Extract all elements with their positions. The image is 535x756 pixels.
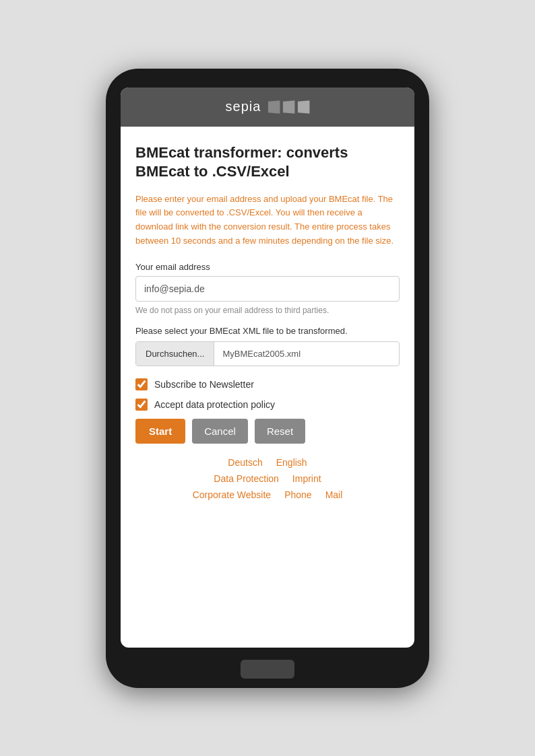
email-label: Your email address xyxy=(135,262,400,272)
newsletter-checkbox[interactable] xyxy=(135,378,148,390)
data-protection-link[interactable]: Data Protection xyxy=(214,473,279,484)
app-header: sepia xyxy=(121,88,414,127)
cube-icon-2 xyxy=(283,100,294,114)
footer-links: Deutsch English Data Protection Imprint … xyxy=(135,457,400,511)
page-description: Please enter your email address and uplo… xyxy=(135,193,400,248)
brand-logo xyxy=(268,101,309,113)
policy-row: Data Protection Imprint xyxy=(135,473,400,484)
start-button[interactable]: Start xyxy=(135,419,185,444)
file-name-display: MyBMEcat2005.xml xyxy=(214,342,399,366)
file-label: Please select your BMEcat XML file to be… xyxy=(135,326,400,336)
mail-link[interactable]: Mail xyxy=(325,489,343,500)
content-area: BMEcat transformer: converts BMEcat to .… xyxy=(121,127,414,648)
data-protection-row: Accept data protection policy xyxy=(135,399,400,411)
cancel-button[interactable]: Cancel xyxy=(192,419,248,444)
corporate-row: Corporate Website Phone Mail xyxy=(135,489,400,500)
email-hint: We do not pass on your email address to … xyxy=(135,306,400,315)
data-protection-label[interactable]: Accept data protection policy xyxy=(154,399,275,410)
imprint-link[interactable]: Imprint xyxy=(292,473,321,484)
file-browse-button[interactable]: Durchsuchen... xyxy=(136,342,214,366)
language-row: Deutsch English xyxy=(135,457,400,468)
file-input-row: Durchsuchen... MyBMEcat2005.xml xyxy=(135,341,400,366)
email-input[interactable] xyxy=(135,276,400,302)
newsletter-row: Subscribe to Newsletter xyxy=(135,378,400,390)
data-protection-checkbox[interactable] xyxy=(135,399,148,411)
reset-button[interactable]: Reset xyxy=(255,419,305,444)
brand-name: sepia xyxy=(226,99,261,114)
cube-icon-1 xyxy=(268,100,280,114)
page-title: BMEcat transformer: converts BMEcat to .… xyxy=(135,143,400,182)
button-row: Start Cancel Reset xyxy=(135,419,400,444)
lang-deutsch-link[interactable]: Deutsch xyxy=(228,457,262,468)
corporate-website-link[interactable]: Corporate Website xyxy=(193,489,271,500)
lang-english-link[interactable]: English xyxy=(276,457,307,468)
newsletter-label[interactable]: Subscribe to Newsletter xyxy=(154,379,254,390)
cube-icon-3 xyxy=(298,100,309,114)
phone-link[interactable]: Phone xyxy=(284,489,311,500)
home-button[interactable] xyxy=(241,660,294,679)
phone-screen: sepia BMEcat transformer: converts BMEca… xyxy=(121,88,414,648)
phone-frame: sepia BMEcat transformer: converts BMEca… xyxy=(106,69,429,688)
